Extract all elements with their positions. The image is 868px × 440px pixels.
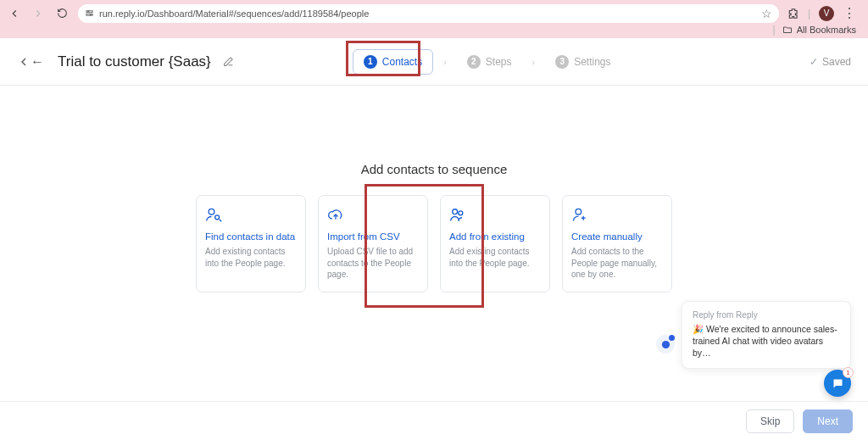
svg-point-7: [459, 211, 463, 215]
chat-toast[interactable]: Reply from Reply 🎉 We're excited to anno…: [682, 301, 851, 369]
extensions-icon[interactable]: [787, 8, 799, 19]
chat-message: 🎉 We're excited to announce sales-traine…: [693, 323, 840, 359]
check-icon: ✓: [810, 56, 818, 68]
cards-row: Find contacts in data Add existing conta…: [0, 195, 868, 292]
chrome-separator: |: [808, 8, 810, 19]
step-settings[interactable]: 3 Settings: [545, 50, 620, 74]
card-desc: Add existing contacts into the People pa…: [205, 246, 297, 269]
card-desc: Add existing contacts into the People pa…: [449, 246, 541, 269]
chat-launcher-button[interactable]: 1: [824, 370, 851, 397]
footer-bar: Skip Next: [0, 401, 868, 440]
step-number: 1: [364, 55, 377, 69]
card-title: Find contacts in data: [205, 231, 297, 242]
card-desc: Upload CSV file to add contacts to the P…: [327, 246, 419, 281]
svg-point-4: [209, 209, 214, 214]
page-title: Trial to customer {Saas}: [58, 53, 211, 70]
card-add-existing[interactable]: Add from existing Add existing contacts …: [440, 195, 550, 292]
nav-back-button[interactable]: [7, 6, 22, 21]
chat-avatar-bubble[interactable]: [656, 335, 675, 354]
people-icon: [449, 206, 541, 225]
card-create-manually[interactable]: Create manually Add contacts to the Peop…: [562, 195, 672, 292]
edit-title-button[interactable]: [223, 56, 234, 67]
saved-indicator: ✓ Saved: [810, 56, 851, 68]
chevron-right-icon: ›: [532, 57, 536, 67]
step-label: Contacts: [382, 56, 422, 68]
nav-forward-button[interactable]: [31, 6, 46, 21]
svg-point-9: [661, 340, 669, 348]
back-arrow-icon: ←: [31, 54, 49, 70]
main-heading: Add contacts to sequence: [0, 162, 868, 176]
step-label: Settings: [574, 56, 610, 68]
card-title: Import from CSV: [327, 231, 419, 242]
url-text: run.reply.io/Dashboard/Material#/sequenc…: [99, 8, 369, 19]
site-settings-icon: [85, 8, 94, 18]
browser-chrome: run.reply.io/Dashboard/Material#/sequenc…: [0, 0, 868, 38]
chevron-right-icon: ›: [443, 57, 447, 67]
profile-avatar[interactable]: V: [819, 6, 834, 21]
step-steps[interactable]: 2 Steps: [457, 50, 522, 74]
card-import-csv[interactable]: Import from CSV Upload CSV file to add c…: [318, 195, 428, 292]
person-add-icon: [571, 206, 663, 225]
chrome-separator: |: [773, 24, 776, 36]
chat-from-label: Reply from Reply: [693, 310, 840, 320]
saved-label: Saved: [822, 56, 851, 68]
svg-point-6: [453, 209, 458, 214]
step-number: 3: [555, 55, 569, 69]
card-title: Create manually: [571, 231, 663, 242]
all-bookmarks-link[interactable]: All Bookmarks: [782, 25, 856, 35]
folder-icon: [782, 25, 793, 35]
cloud-upload-icon: [327, 206, 419, 225]
chat-icon: [832, 377, 844, 390]
main-content: Add contacts to sequence Find contacts i…: [0, 86, 868, 292]
svg-rect-0: [86, 11, 92, 13]
next-button[interactable]: Next: [803, 409, 853, 433]
step-contacts[interactable]: 1 Contacts: [353, 49, 433, 75]
search-people-icon: [205, 206, 297, 225]
svg-point-5: [215, 215, 220, 220]
svg-point-2: [87, 11, 88, 12]
bookmark-star-icon[interactable]: ☆: [761, 7, 772, 20]
chat-badge: 1: [843, 367, 854, 378]
all-bookmarks-label: All Bookmarks: [797, 25, 856, 35]
svg-point-3: [90, 14, 91, 15]
url-bar[interactable]: run.reply.io/Dashboard/Material#/sequenc…: [78, 4, 779, 23]
step-label: Steps: [486, 56, 512, 68]
skip-button[interactable]: Skip: [746, 409, 794, 433]
card-find-contacts[interactable]: Find contacts in data Add existing conta…: [196, 195, 306, 292]
step-number: 2: [467, 55, 481, 69]
card-title: Add from existing: [449, 231, 541, 242]
svg-point-8: [576, 209, 581, 214]
nav-reload-button[interactable]: [54, 6, 70, 21]
card-desc: Add contacts to the People page manually…: [571, 246, 663, 281]
app-header: ← Trial to customer {Saas} 1 Contacts › …: [0, 38, 868, 86]
chrome-menu-icon[interactable]: ⋮: [843, 5, 856, 21]
chat-message-text: We're excited to announce sales-trained …: [693, 324, 837, 358]
chat-emoji: 🎉: [693, 324, 706, 334]
svg-rect-1: [86, 14, 92, 15]
